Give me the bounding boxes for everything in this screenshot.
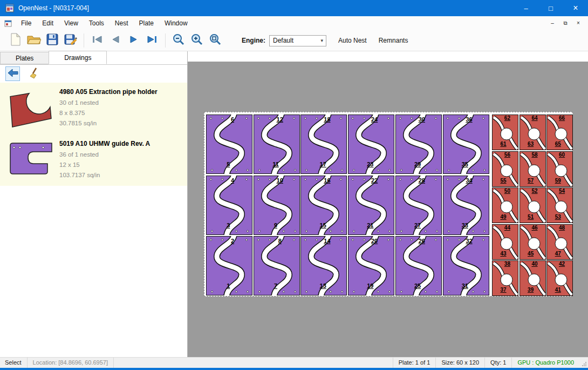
menu-item-nest[interactable]: Nest	[110, 16, 134, 30]
nesting-canvas[interactable]: 65 1211 1817	[188, 51, 588, 357]
nested-pair-purple[interactable]: 2625	[395, 236, 442, 295]
part-number-label: 13	[320, 282, 326, 289]
auto-nest-button[interactable]: Auto Nest	[338, 37, 367, 44]
next-plate-button[interactable]	[125, 32, 143, 49]
nested-pair-red[interactable]: 5453	[546, 187, 573, 223]
menubar: File Edit View Tools Nest Plate Window –…	[0, 16, 588, 30]
part-number-label: 18	[324, 116, 330, 123]
menu-item-file[interactable]: File	[16, 16, 37, 30]
nested-pair-purple[interactable]: 1413	[300, 236, 347, 295]
nested-pair-purple[interactable]: 1211	[254, 115, 300, 174]
nested-pair-purple[interactable]: 3029	[395, 115, 442, 174]
engine-select[interactable]: Default ▾	[269, 35, 326, 46]
open-folder-icon	[27, 34, 41, 47]
status-size: Size: 60 x 120	[435, 358, 484, 368]
nested-pair-purple[interactable]: 3433	[443, 176, 489, 235]
nested-pair-purple[interactable]: 43	[206, 176, 252, 235]
save-button[interactable]	[43, 32, 61, 49]
nested-pair-purple[interactable]: 2019	[348, 236, 394, 295]
part-number-label: 53	[555, 214, 561, 220]
menu-item-edit[interactable]: Edit	[37, 16, 59, 30]
part-area: 30.7815 sq/in	[59, 118, 158, 129]
nested-pair-red[interactable]: 4443	[492, 224, 518, 260]
part-number-label: 59	[555, 178, 561, 184]
part-name: 5019 A10 UHMW guide Rev. A	[59, 140, 150, 147]
zoom-in-button[interactable]	[188, 32, 206, 49]
nested-pair-red[interactable]: 4039	[519, 260, 546, 296]
menu-item-window[interactable]: Window	[159, 16, 193, 30]
nested-pair-red[interactable]: 3837	[492, 260, 518, 296]
zoom-fit-button[interactable]	[206, 32, 224, 49]
menu-item-plate[interactable]: Plate	[134, 16, 159, 30]
nested-pair-purple[interactable]: 87	[254, 236, 300, 295]
tab-plates[interactable]: Plates	[0, 52, 49, 64]
open-button[interactable]	[25, 32, 43, 49]
zoom-out-button[interactable]	[169, 32, 188, 49]
minimize-button[interactable]: –	[514, 0, 538, 16]
new-file-icon	[10, 33, 21, 48]
part-number-label: 12	[277, 116, 283, 123]
plate-sheet[interactable]: 65 1211 1817	[204, 112, 573, 297]
nested-pair-red[interactable]: 6463	[519, 115, 546, 150]
part-number-label: 24	[371, 116, 378, 123]
toolbar-separator	[84, 33, 84, 48]
part-nested-count: 36 of 1 nested	[59, 150, 150, 160]
red-part-shape	[10, 93, 51, 127]
part-list-item[interactable]: 4980 A05 Extraction pipe holder 30 of 1 …	[0, 83, 187, 134]
part-number-label: 11	[272, 161, 279, 167]
part-number-label: 49	[501, 214, 507, 220]
back-button[interactable]	[5, 66, 20, 81]
nested-pair-red[interactable]: 6261	[492, 115, 518, 150]
save-as-button[interactable]	[61, 32, 80, 49]
previous-plate-button[interactable]	[106, 32, 125, 49]
toolbar: Engine: Default ▾ Auto Nest Remnants	[0, 30, 588, 51]
nested-pair-purple[interactable]: 1615	[300, 176, 347, 235]
nested-pair-red[interactable]: 5655	[492, 151, 518, 187]
last-plate-button[interactable]	[143, 32, 161, 49]
part-list-item[interactable]: 5019 A10 UHMW guide Rev. A 36 of 1 neste…	[0, 134, 187, 186]
nested-pair-red[interactable]: 4645	[519, 224, 546, 260]
part-list: 4980 A05 Extraction pipe holder 30 of 1 …	[0, 83, 187, 186]
part-number-label: 35	[462, 161, 468, 167]
nested-pair-purple[interactable]: 3231	[443, 236, 489, 295]
nested-pair-red[interactable]: 4241	[546, 260, 573, 296]
nested-pair-purple[interactable]: 2423	[348, 115, 394, 174]
part-number-label: 40	[531, 261, 537, 267]
status-location: Location: [84.8696, 60.6957]	[27, 358, 113, 368]
part-number-label: 65	[555, 141, 561, 147]
nested-pair-red[interactable]: 5251	[519, 187, 546, 223]
nested-pair-purple[interactable]: 2221	[348, 176, 394, 235]
mdi-restore-button[interactable]: ⧉	[560, 19, 571, 28]
nested-pair-red[interactable]: 4847	[546, 224, 573, 260]
nested-pair-purple[interactable]: 1817	[300, 115, 347, 174]
part-number-label: 10	[277, 177, 283, 184]
menu-item-tools[interactable]: Tools	[84, 16, 110, 30]
nested-pair-purple[interactable]: 3635	[443, 115, 489, 174]
nested-pair-purple[interactable]: 109	[254, 176, 300, 235]
statusbar: Select Location: [84.8696, 60.6957] Plat…	[0, 357, 588, 368]
part-number-label: 30	[419, 116, 425, 123]
menu-item-view[interactable]: View	[59, 16, 84, 30]
tab-drawings[interactable]: Drawings	[49, 51, 107, 64]
first-plate-button[interactable]	[88, 32, 106, 49]
close-button[interactable]: ×	[563, 0, 588, 16]
nested-pair-purple[interactable]: 65	[206, 115, 252, 174]
remnants-button[interactable]: Remnants	[379, 37, 408, 44]
new-button[interactable]	[6, 32, 25, 49]
part-info: 4980 A05 Extraction pipe holder 30 of 1 …	[56, 87, 158, 129]
part-number-label: 34	[466, 177, 472, 184]
nested-pair-red[interactable]: 6665	[546, 115, 573, 150]
mdi-minimize-button[interactable]: –	[547, 19, 558, 28]
part-number-label: 17	[320, 161, 326, 167]
nested-pair-purple[interactable]: 2827	[395, 176, 442, 235]
window-title: OpenNest - [N0317-004]	[18, 4, 89, 12]
nested-pair-purple[interactable]: 21	[206, 236, 252, 295]
nested-pair-red[interactable]: 5857	[519, 151, 546, 187]
mdi-close-button[interactable]: ×	[573, 19, 584, 28]
clean-button[interactable]	[26, 66, 41, 81]
first-arrow-icon	[91, 35, 103, 46]
resize-grip[interactable]	[579, 358, 588, 368]
nested-pair-red[interactable]: 6059	[546, 151, 573, 187]
maximize-button[interactable]: □	[538, 0, 563, 16]
nested-pair-red[interactable]: 5049	[492, 187, 518, 223]
